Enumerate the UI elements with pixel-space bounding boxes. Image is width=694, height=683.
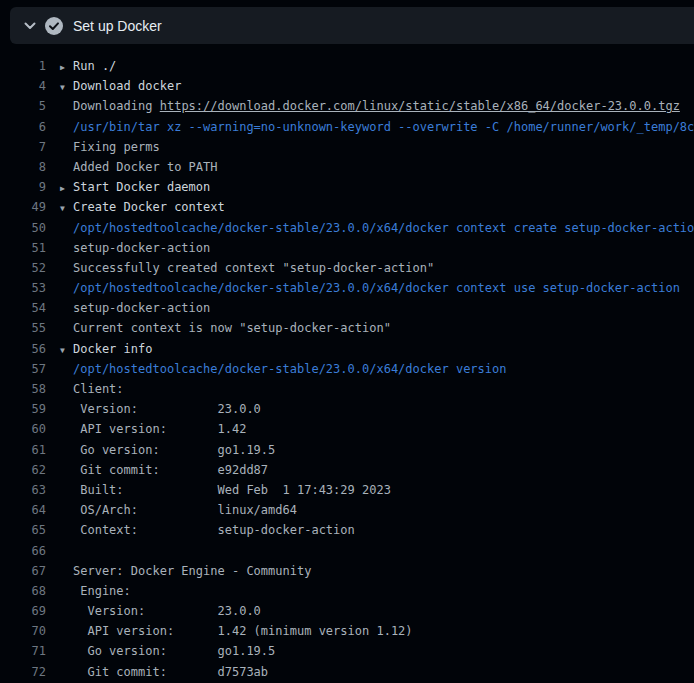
- log-row: 53/opt/hostedtoolcache/docker-stable/23.…: [0, 278, 694, 298]
- log-row: 5Downloading https://download.docker.com…: [0, 96, 694, 116]
- triangle-down-icon: ▼: [46, 199, 73, 219]
- log-text: Version: 23.0.0: [73, 399, 261, 419]
- log-command-text: /opt/hostedtoolcache/docker-stable/23.0.…: [73, 278, 680, 298]
- log-text: Git commit: e92dd87: [73, 460, 268, 480]
- line-number[interactable]: 51: [0, 238, 46, 258]
- line-number[interactable]: 66: [0, 541, 46, 561]
- line-number[interactable]: 68: [0, 581, 46, 601]
- log-row: 70 API version: 1.42 (minimum version 1.…: [0, 621, 694, 641]
- log-text: Go version: go1.19.5: [73, 641, 275, 661]
- log-row: 62 Git commit: e92dd87: [0, 460, 694, 480]
- log-row: 6/usr/bin/tar xz --warning=no-unknown-ke…: [0, 117, 694, 137]
- triangle-right-icon: ▶: [46, 179, 73, 199]
- line-number[interactable]: 50: [0, 218, 46, 238]
- line-number[interactable]: 5: [0, 96, 46, 116]
- line-number[interactable]: 57: [0, 359, 46, 379]
- triangle-down-icon: ▼: [46, 341, 73, 361]
- line-number[interactable]: 6: [0, 117, 46, 137]
- log-group-row[interactable]: 56▼Docker info: [0, 339, 694, 359]
- log-row: 68 Engine:: [0, 581, 694, 601]
- log-text: Docker info: [73, 339, 152, 359]
- log-lines: 1▶Run ./4▼Download docker5Downloading ht…: [0, 56, 694, 682]
- triangle-right-icon: ▶: [46, 58, 73, 78]
- log-text: setup-docker-action: [73, 298, 210, 318]
- log-row: 71 Go version: go1.19.5: [0, 641, 694, 661]
- log-text: Engine:: [73, 581, 131, 601]
- check-circle-icon: [45, 17, 63, 35]
- log-text: Git commit: d7573ab: [73, 662, 268, 682]
- triangle-down-icon: ▼: [46, 78, 73, 98]
- log-row: 51setup-docker-action: [0, 238, 694, 258]
- line-number[interactable]: 56: [0, 339, 46, 359]
- log-command-text: /usr/bin/tar xz --warning=no-unknown-key…: [73, 117, 694, 137]
- log-row: 63 Built: Wed Feb 1 17:43:29 2023: [0, 480, 694, 500]
- line-number[interactable]: 63: [0, 480, 46, 500]
- log-group-row[interactable]: 4▼Download docker: [0, 76, 694, 96]
- log-command-text: /opt/hostedtoolcache/docker-stable/23.0.…: [73, 359, 506, 379]
- line-number[interactable]: 60: [0, 419, 46, 439]
- line-number[interactable]: 62: [0, 460, 46, 480]
- line-number[interactable]: 7: [0, 137, 46, 157]
- line-number[interactable]: 61: [0, 440, 46, 460]
- log-text: Built: Wed Feb 1 17:43:29 2023: [73, 480, 391, 500]
- line-number[interactable]: 8: [0, 157, 46, 177]
- line-number[interactable]: 71: [0, 641, 46, 661]
- log-text: Downloading https://download.docker.com/…: [73, 96, 680, 116]
- log-text: Successfully created context "setup-dock…: [73, 258, 434, 278]
- log-text: Create Docker context: [73, 197, 225, 217]
- log-text: API version: 1.42: [73, 419, 246, 439]
- chevron-down-icon[interactable]: [23, 19, 37, 33]
- step-header[interactable]: Set up Docker: [10, 7, 694, 44]
- log-link[interactable]: https://download.docker.com/linux/static…: [160, 99, 680, 113]
- log-row: 57/opt/hostedtoolcache/docker-stable/23.…: [0, 359, 694, 379]
- log-group-row[interactable]: 1▶Run ./: [0, 56, 694, 76]
- log-row: 55Current context is now "setup-docker-a…: [0, 318, 694, 338]
- line-number[interactable]: 69: [0, 601, 46, 621]
- log-row: 52Successfully created context "setup-do…: [0, 258, 694, 278]
- log-text: Context: setup-docker-action: [73, 520, 355, 540]
- log-text: Added Docker to PATH: [73, 157, 218, 177]
- log-text: Client:: [73, 379, 124, 399]
- line-number[interactable]: 55: [0, 318, 46, 338]
- log-text: setup-docker-action: [73, 238, 210, 258]
- line-number[interactable]: 52: [0, 258, 46, 278]
- log-text: Go version: go1.19.5: [73, 440, 275, 460]
- line-number[interactable]: 64: [0, 500, 46, 520]
- log-row: 67Server: Docker Engine - Community: [0, 561, 694, 581]
- log-row: 59 Version: 23.0.0: [0, 399, 694, 419]
- log-text: Downloading: [73, 99, 160, 113]
- line-number[interactable]: 49: [0, 197, 46, 217]
- log-row: 58Client:: [0, 379, 694, 399]
- line-number[interactable]: 53: [0, 278, 46, 298]
- line-number[interactable]: 67: [0, 561, 46, 581]
- step-title: Set up Docker: [73, 18, 162, 34]
- line-number[interactable]: 59: [0, 399, 46, 419]
- log-row: 69 Version: 23.0.0: [0, 601, 694, 621]
- log-group-row[interactable]: 49▼Create Docker context: [0, 197, 694, 217]
- log-group-row[interactable]: 9▶Start Docker daemon: [0, 177, 694, 197]
- log-row: 64 OS/Arch: linux/amd64: [0, 500, 694, 520]
- log-row: 72 Git commit: d7573ab: [0, 662, 694, 682]
- line-number[interactable]: 72: [0, 662, 46, 682]
- log-row: 8Added Docker to PATH: [0, 157, 694, 177]
- log-row: 60 API version: 1.42: [0, 419, 694, 439]
- line-number[interactable]: 1: [0, 56, 46, 76]
- log-text: Server: Docker Engine - Community: [73, 561, 311, 581]
- line-number[interactable]: 9: [0, 177, 46, 197]
- log-text: Version: 23.0.0: [73, 601, 261, 621]
- log-text: OS/Arch: linux/amd64: [73, 500, 297, 520]
- log-row: 65 Context: setup-docker-action: [0, 520, 694, 540]
- line-number[interactable]: 4: [0, 76, 46, 96]
- log-row: 66: [0, 541, 694, 561]
- line-number[interactable]: 54: [0, 298, 46, 318]
- log-text: Download docker: [73, 76, 181, 96]
- line-number[interactable]: 70: [0, 621, 46, 641]
- log-command-text: /opt/hostedtoolcache/docker-stable/23.0.…: [73, 218, 694, 238]
- log-text: Start Docker daemon: [73, 177, 210, 197]
- line-number[interactable]: 65: [0, 520, 46, 540]
- log-row: 61 Go version: go1.19.5: [0, 440, 694, 460]
- log-text: Run ./: [73, 56, 116, 76]
- line-number[interactable]: 58: [0, 379, 46, 399]
- log-row: 7Fixing perms: [0, 137, 694, 157]
- log-text: Fixing perms: [73, 137, 160, 157]
